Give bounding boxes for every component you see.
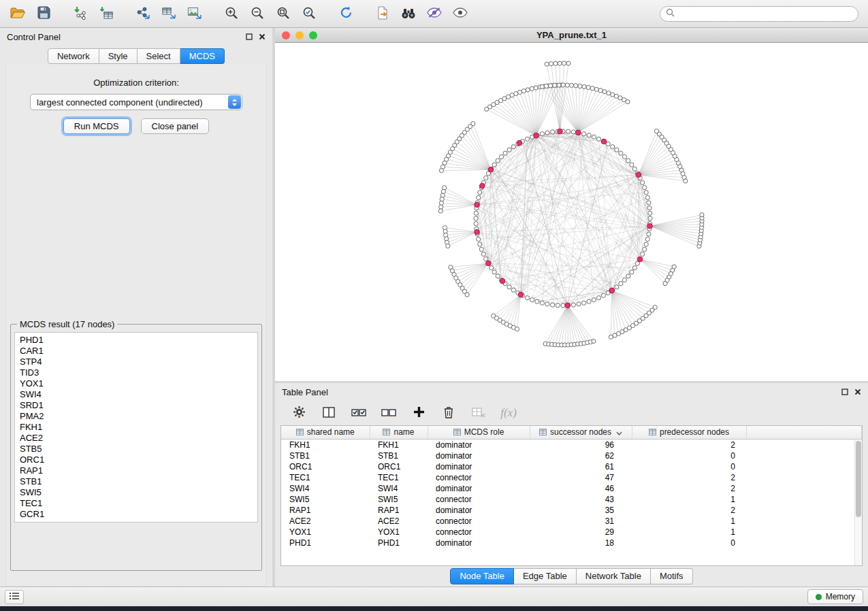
dominator-node[interactable] xyxy=(475,202,480,208)
dominator-node[interactable] xyxy=(601,139,607,144)
network-node[interactable] xyxy=(626,274,630,278)
cell-predecessors[interactable]: 1 xyxy=(632,527,746,538)
dominator-node[interactable] xyxy=(647,223,653,229)
cell-shared-name[interactable]: TEC1 xyxy=(281,472,370,483)
memory-button[interactable]: Memory xyxy=(807,589,863,604)
network-node[interactable] xyxy=(672,265,676,269)
network-node[interactable] xyxy=(647,201,651,205)
dominator-node[interactable] xyxy=(565,303,570,308)
tab-motifs[interactable]: Motifs xyxy=(651,568,693,584)
dominator-node[interactable] xyxy=(637,257,643,262)
cell-shared-name[interactable]: PHD1 xyxy=(281,538,370,548)
network-node[interactable] xyxy=(622,278,626,282)
cell-name[interactable]: YOX1 xyxy=(370,527,428,538)
network-node[interactable] xyxy=(492,270,496,274)
network-node[interactable] xyxy=(551,303,555,307)
network-node[interactable] xyxy=(643,186,647,190)
select-all-button[interactable] xyxy=(347,403,370,423)
export-image-button[interactable] xyxy=(182,3,207,24)
search-input[interactable] xyxy=(678,9,852,18)
show-columns-button[interactable] xyxy=(317,403,340,423)
network-node[interactable] xyxy=(545,302,549,306)
cell-successors[interactable]: 61 xyxy=(530,461,632,472)
network-node[interactable] xyxy=(571,130,575,134)
network-node[interactable] xyxy=(492,163,496,167)
cell-role[interactable]: connector xyxy=(428,516,530,527)
network-node[interactable] xyxy=(644,191,648,195)
network-node[interactable] xyxy=(630,270,634,274)
cell-role[interactable]: dominator xyxy=(428,483,530,494)
zoom-in-button[interactable] xyxy=(219,3,244,24)
cell-shared-name[interactable]: SWI4 xyxy=(281,483,370,494)
network-canvas[interactable] xyxy=(275,43,868,381)
find-button[interactable] xyxy=(396,3,421,24)
tab-style[interactable]: Style xyxy=(99,48,138,64)
table-row[interactable]: SWI4SWI4dominator462 xyxy=(281,483,862,494)
table-row[interactable]: PHD1PHD1dominator180 xyxy=(281,538,862,548)
network-node[interactable] xyxy=(644,242,648,246)
cell-name[interactable]: SWI4 xyxy=(370,483,428,494)
mcds-node-ace2[interactable]: ACE2 xyxy=(20,433,253,444)
network-node[interactable] xyxy=(530,86,534,90)
refresh-layout-button[interactable] xyxy=(334,3,358,24)
network-node[interactable] xyxy=(496,274,500,278)
cell-role[interactable]: connector xyxy=(428,472,530,483)
function-builder-button[interactable]: f(x) xyxy=(497,403,520,423)
network-node[interactable] xyxy=(566,129,570,133)
network-node[interactable] xyxy=(544,84,548,88)
network-node[interactable] xyxy=(626,159,630,163)
cell-role[interactable]: dominator xyxy=(428,505,530,516)
network-node[interactable] xyxy=(549,62,553,66)
column-header-name[interactable]: name xyxy=(370,426,428,439)
cell-shared-name[interactable]: ORC1 xyxy=(281,461,370,472)
cell-shared-name[interactable]: SWI5 xyxy=(281,494,370,505)
network-node[interactable] xyxy=(489,266,494,270)
cell-name[interactable]: STB1 xyxy=(370,450,428,461)
import-network-button[interactable] xyxy=(68,3,93,24)
show-details-button[interactable] xyxy=(448,3,472,24)
save-session-button[interactable] xyxy=(31,3,56,24)
close-table-panel-icon[interactable] xyxy=(854,389,861,395)
float-table-panel-icon[interactable] xyxy=(841,389,848,395)
mcds-node-tid3[interactable]: TID3 xyxy=(20,367,253,378)
mcds-node-gcr1[interactable]: GCR1 xyxy=(20,509,253,520)
dominator-node[interactable] xyxy=(488,167,494,173)
network-node[interactable] xyxy=(553,83,557,87)
network-node[interactable] xyxy=(540,132,544,136)
cell-predecessors[interactable]: 2 xyxy=(632,439,746,450)
mcds-node-rap1[interactable]: RAP1 xyxy=(20,465,253,476)
cell-shared-name[interactable]: FKH1 xyxy=(281,439,370,450)
cell-predecessors[interactable]: 2 xyxy=(632,472,746,483)
network-node[interactable] xyxy=(440,193,445,197)
cell-role[interactable]: dominator xyxy=(428,450,530,461)
table-row[interactable]: STB1STB1dominator620 xyxy=(281,450,862,461)
mcds-node-stp4[interactable]: STP4 xyxy=(20,357,253,367)
network-graph[interactable] xyxy=(275,43,868,381)
network-node[interactable] xyxy=(611,145,615,149)
dominator-node[interactable] xyxy=(518,292,524,297)
network-node[interactable] xyxy=(632,167,637,171)
cell-successors[interactable]: 35 xyxy=(530,505,632,516)
network-node[interactable] xyxy=(484,176,488,180)
cell-predecessors[interactable]: 0 xyxy=(632,461,746,472)
network-node[interactable] xyxy=(602,90,607,94)
network-node[interactable] xyxy=(654,129,658,133)
network-node[interactable] xyxy=(503,151,507,155)
hide-details-button[interactable] xyxy=(422,3,447,24)
maximize-window-icon[interactable] xyxy=(309,31,317,39)
network-node[interactable] xyxy=(648,216,652,220)
network-node[interactable] xyxy=(630,163,634,167)
network-node[interactable] xyxy=(511,145,515,149)
scrollbar-thumb[interactable] xyxy=(856,441,861,517)
tab-node-table[interactable]: Node Table xyxy=(450,568,514,584)
cell-successors[interactable]: 43 xyxy=(530,494,632,505)
network-node[interactable] xyxy=(611,93,615,97)
column-header-mcds-role[interactable]: MCDS role xyxy=(428,426,530,439)
table-row[interactable]: ACE2ACE2connector311 xyxy=(281,516,862,527)
network-node[interactable] xyxy=(556,303,560,308)
network-node[interactable] xyxy=(465,293,469,297)
network-node[interactable] xyxy=(525,296,529,300)
cell-role[interactable]: connector xyxy=(428,494,530,505)
network-node[interactable] xyxy=(526,88,530,92)
network-node[interactable] xyxy=(582,84,586,88)
